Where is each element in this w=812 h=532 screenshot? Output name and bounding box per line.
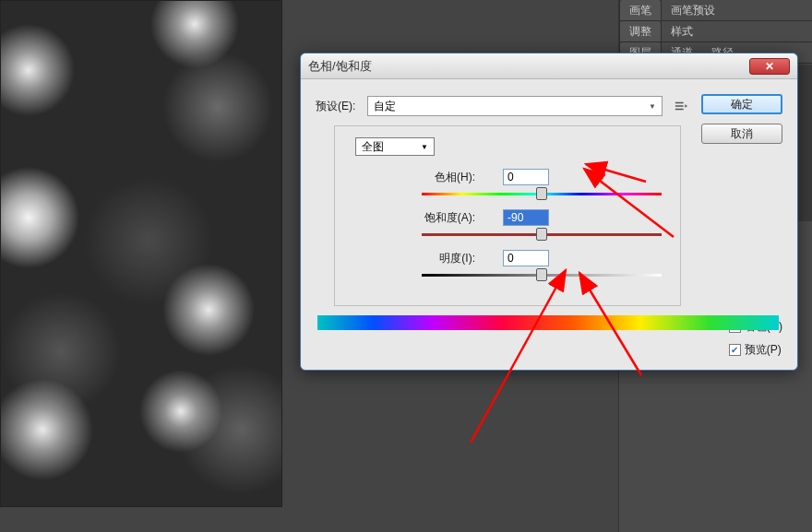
lightness-label: 明度(I): bbox=[355, 251, 503, 266]
cancel-button[interactable]: 取消 bbox=[701, 124, 782, 144]
edit-select[interactable]: 全图 bbox=[355, 137, 435, 156]
dialog-button-column: 确定 取消 bbox=[701, 94, 782, 144]
preset-menu-icon[interactable] bbox=[674, 99, 688, 113]
hue-row: 色相(H): bbox=[355, 169, 660, 185]
tab-brush[interactable]: 画笔 bbox=[619, 0, 662, 21]
edit-value: 全图 bbox=[362, 139, 384, 155]
saturation-row: 饱和度(A): bbox=[355, 209, 660, 226]
panel-tabs-adjust: 调整 样式 bbox=[619, 21, 812, 42]
tab-style[interactable]: 样式 bbox=[662, 21, 702, 42]
document-canvas[interactable] bbox=[0, 0, 282, 507]
tab-brush-preset[interactable]: 画笔预设 bbox=[662, 0, 724, 21]
preset-label: 预设(E): bbox=[316, 99, 367, 114]
hue-input[interactable] bbox=[503, 169, 549, 185]
saturation-thumb[interactable] bbox=[536, 228, 547, 241]
preset-value: 自定 bbox=[374, 99, 396, 114]
hue-slider[interactable] bbox=[422, 189, 662, 198]
preset-select[interactable]: 自定 bbox=[367, 96, 663, 116]
close-button[interactable]: ✕ bbox=[749, 58, 790, 75]
preview-checkbox[interactable]: ✔ bbox=[729, 344, 741, 356]
lightness-input[interactable] bbox=[503, 250, 549, 266]
lightness-slider[interactable] bbox=[422, 270, 662, 279]
lightness-thumb[interactable] bbox=[536, 268, 547, 281]
lightness-row: 明度(I): bbox=[355, 250, 660, 266]
dialog-title: 色相/饱和度 bbox=[308, 58, 372, 75]
saturation-input[interactable] bbox=[503, 209, 549, 226]
saturation-label: 饱和度(A): bbox=[355, 210, 503, 226]
hue-thumb[interactable] bbox=[536, 187, 547, 200]
preview-label: 预览(P) bbox=[745, 342, 782, 358]
slider-group: 全图 色相(H): 饱和度(A): 明度(I): bbox=[334, 125, 681, 306]
hue-saturation-dialog: 色相/饱和度 ✕ 预设(E): 自定 确定 取消 全图 色相(H): bbox=[300, 53, 798, 371]
hue-label: 色相(H): bbox=[355, 170, 503, 185]
dialog-body: 预设(E): 自定 确定 取消 全图 色相(H): bbox=[301, 79, 797, 343]
close-icon: ✕ bbox=[765, 60, 774, 73]
tab-adjust[interactable]: 调整 bbox=[619, 20, 662, 42]
dialog-titlebar[interactable]: 色相/饱和度 ✕ bbox=[301, 53, 797, 79]
panel-tabs-brush: 画笔 画笔预设 bbox=[619, 0, 812, 21]
preview-checkbox-row[interactable]: ✔ 预览(P) bbox=[729, 342, 782, 358]
spectrum-bar bbox=[317, 315, 779, 330]
saturation-slider[interactable] bbox=[422, 230, 662, 239]
ok-button[interactable]: 确定 bbox=[701, 94, 782, 114]
